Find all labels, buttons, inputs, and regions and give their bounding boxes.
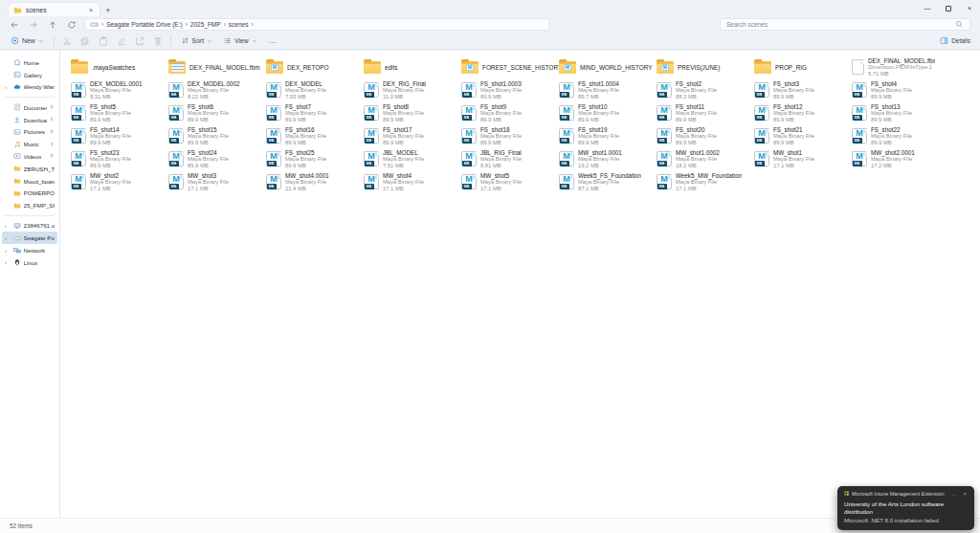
folder-item[interactable]: MDEX_RETOPO (266, 56, 364, 78)
file-item[interactable]: MMBFS_shot15Maya Binary File89.9 MB (168, 124, 266, 147)
view-button[interactable]: View (220, 36, 260, 45)
sort-button[interactable]: Sort (178, 36, 215, 45)
sidebar-item-documents[interactable]: Documents (2, 101, 57, 114)
file-item[interactable]: MMBMW_shot4Maya Binary File17.1 MB (364, 170, 461, 193)
file-item[interactable]: MMBMW_shot1.0002Maya Binary File18.2 MB (657, 147, 754, 170)
file-item[interactable]: MMBMW_shot2.0001Maya Binary File17.2 MB (852, 147, 949, 170)
sidebar-item-wendy-wang-univ[interactable]: ›Wendy Wang - Univ (2, 81, 57, 94)
file-item[interactable]: MMBFS_shot18Maya Binary File89.9 MB (461, 124, 559, 147)
folder-item[interactable]: .mayaSwatches (71, 56, 168, 78)
file-item[interactable]: MMBFS_shot22Maya Binary File89.9 MB (852, 124, 949, 147)
file-item[interactable]: MMBDEX_RIG_FinalMaya Binary File11.0 MB (364, 78, 461, 101)
file-item[interactable]: MMBFS_shot1.0003Maya Binary File80.9 MB (461, 78, 559, 101)
sidebar-item-25-fmp-showree[interactable]: 25_FMP_SHOWREE (2, 199, 57, 211)
file-item[interactable]: MMBFS_shot8Maya Binary File89.9 MB (364, 101, 461, 124)
back-button[interactable] (8, 18, 20, 31)
sidebar-item-gallery[interactable]: Gallery (2, 69, 57, 81)
file-item[interactable]: MMBDEX_MODEL.0001Maya Binary File8.31 MB (71, 78, 168, 101)
search-input[interactable]: Search scenes (720, 18, 970, 32)
file-item[interactable]: MMBMW_shot2Maya Binary File17.1 MB (71, 170, 168, 193)
sidebar-item-videos[interactable]: Videos (2, 150, 57, 163)
file-item[interactable]: MMBFS_shot11Maya Binary File89.9 MB (657, 101, 754, 124)
file-item[interactable]: MMBFS_shot24Maya Binary File89.9 MB (168, 147, 266, 170)
file-item[interactable]: MMBJBL_RIG_FinalMaya Binary File8.81 MB (461, 147, 559, 170)
new-tab-button[interactable]: + (100, 6, 116, 16)
file-item[interactable]: MMBFS_shot20Maya Binary File89.9 MB (657, 124, 754, 147)
toolbar-divider (54, 35, 55, 46)
file-item[interactable]: MMBFS_shot19Maya Binary File89.9 MB (559, 124, 657, 147)
sidebar-item-network[interactable]: ›Network (2, 244, 57, 256)
sidebar-item-pictures[interactable]: Pictures (2, 125, 57, 138)
file-item[interactable]: MMBJBL_MODELMaya Binary File7.51 MB (364, 147, 461, 170)
file-item[interactable]: MMBFS_shot10Maya Binary File89.9 MB (559, 101, 657, 124)
sidebar-item-zbrush-turntabl[interactable]: ZBRUSH_TURNTABL (2, 163, 57, 175)
file-item[interactable]: MMBFS_shot13Maya Binary File89.9 MB (852, 101, 949, 124)
new-button[interactable]: New (8, 36, 47, 45)
more-options-button[interactable]: … (265, 36, 281, 45)
sidebar-item-linux[interactable]: ›Linux (2, 256, 57, 269)
file-item[interactable]: MMBWeek5_FS_FoundationMaya Binary File87… (559, 170, 657, 193)
sidebar-item-music[interactable]: Music (2, 138, 57, 150)
file-item[interactable]: MMBFS_shot2Maya Binary File88.3 MB (657, 78, 754, 101)
maximize-button[interactable] (938, 0, 959, 16)
sidebar-item-powerpoint-pag[interactable]: POWERPOINT_PAG (2, 187, 57, 199)
file-item[interactable]: MMBMW_shot5Maya Binary File17.1 MB (461, 170, 559, 193)
up-button[interactable] (46, 18, 58, 31)
file-item[interactable]: MMBFS_shot7Maya Binary File89.9 MB (266, 101, 364, 124)
forward-button[interactable] (27, 18, 39, 31)
folder-item[interactable]: MMIND_WORLD_HISTORY (559, 56, 657, 78)
close-button[interactable]: × (959, 0, 980, 16)
file-item[interactable]: MMBFS_shot3Maya Binary File89.9 MB (754, 78, 852, 101)
file-item[interactable]: MMBFS_shot6Maya Binary File89.9 MB (168, 101, 266, 124)
sidebar-item-23846761-on-w-c5[interactable]: ›23846761 on W-C5 (2, 220, 57, 233)
folder-item[interactable]: MPREVIS(JUNE) (657, 56, 754, 78)
file-item[interactable]: MMBFS_shot25Maya Binary File89.9 MB (266, 147, 364, 170)
file-item[interactable]: MMBWeek5_MW_FoundationMaya Binary File17… (657, 170, 754, 193)
cut-button[interactable] (60, 36, 73, 46)
file-info: FS_shot3Maya Binary File89.9 MB (773, 80, 814, 100)
file-item[interactable]: MMBMW_shot1Maya Binary File17.1 MB (754, 147, 852, 170)
folder-item[interactable]: edits (364, 56, 461, 78)
file-item[interactable]: MMBDEX_MODELMaya Binary File7.93 MB (266, 78, 364, 101)
sidebar-item-seagate-portable-d[interactable]: ›Seagate Portable D (2, 232, 57, 244)
refresh-button[interactable] (65, 18, 78, 31)
file-item[interactable]: MMBFS_shot4Maya Binary File89.9 MB (852, 78, 949, 101)
notification-toast[interactable]: Microsoft Intune Management Extension … … (837, 486, 974, 530)
delete-button[interactable] (151, 36, 164, 46)
folder-item[interactable]: DEX_FINAL_MODEL.fbm (168, 56, 266, 78)
breadcrumb-item[interactable]: 2025_FMP (190, 21, 221, 28)
details-toggle-button[interactable]: Details (940, 36, 970, 45)
file-item[interactable]: MMBMW_shot3Maya Binary File17.1 MB (168, 170, 266, 193)
file-item[interactable]: MMBFS_shot5Maya Binary File89.9 MB (71, 101, 168, 124)
toast-close-icon[interactable]: × (962, 491, 968, 497)
breadcrumb-item[interactable]: Seagate Portable Drive (E:) (106, 21, 182, 28)
sidebar-item-mood-board[interactable]: Mood_board (2, 175, 57, 188)
file-info: FS_shot17Maya Binary File89.9 MB (383, 126, 424, 145)
breadcrumb-item[interactable]: scenes (229, 21, 249, 28)
rename-button[interactable] (115, 36, 127, 46)
folder-item[interactable]: MFOREST_SCENE_HISTORY (461, 56, 559, 78)
paste-button[interactable] (97, 36, 109, 46)
file-item[interactable]: MMBFS_shot1.0004Maya Binary File89.7 MB (559, 78, 657, 101)
file-item[interactable]: MMBMW_shot4.0001Maya Binary File21.4 MB (266, 170, 364, 193)
file-item[interactable]: MMBFS_shot21Maya Binary File89.9 MB (754, 124, 852, 147)
toast-more-icon[interactable]: … (949, 491, 959, 497)
file-item[interactable]: DEX_FINAL_MODEL.fbxDimension.FBXFileType… (852, 56, 949, 78)
copy-button[interactable] (78, 36, 91, 46)
file-item[interactable]: MMBFS_shot23Maya Binary File89.9 MB (71, 147, 168, 170)
file-item[interactable]: MMBFS_shot14Maya Binary File89.9 MB (71, 124, 168, 147)
folder-item[interactable]: PROP_RIG (754, 56, 852, 78)
sidebar-item-downloads[interactable]: Downloads (2, 114, 57, 126)
file-item[interactable]: MMBFS_shot17Maya Binary File89.9 MB (364, 124, 461, 147)
minimize-button[interactable]: — (917, 0, 938, 16)
sidebar-item-home[interactable]: Home (2, 56, 57, 69)
file-item[interactable]: MMBFS_shot16Maya Binary File89.9 MB (266, 124, 364, 147)
sidebar-item-label: Mood_board (24, 178, 56, 185)
file-item[interactable]: MMBMW_shot1.0001Maya Binary File19.2 MB (559, 147, 657, 170)
share-button[interactable] (133, 36, 145, 46)
file-item[interactable]: MMBDEX_MODEL.0002Maya Binary File8.22 MB (168, 78, 266, 101)
file-item[interactable]: MMBFS_shot12Maya Binary File89.9 MB (754, 101, 852, 124)
file-item[interactable]: MMBFS_shot9Maya Binary File89.9 MB (461, 101, 559, 124)
tab-close-icon[interactable]: × (87, 7, 95, 13)
tab-scenes[interactable]: scenes × (8, 2, 100, 16)
